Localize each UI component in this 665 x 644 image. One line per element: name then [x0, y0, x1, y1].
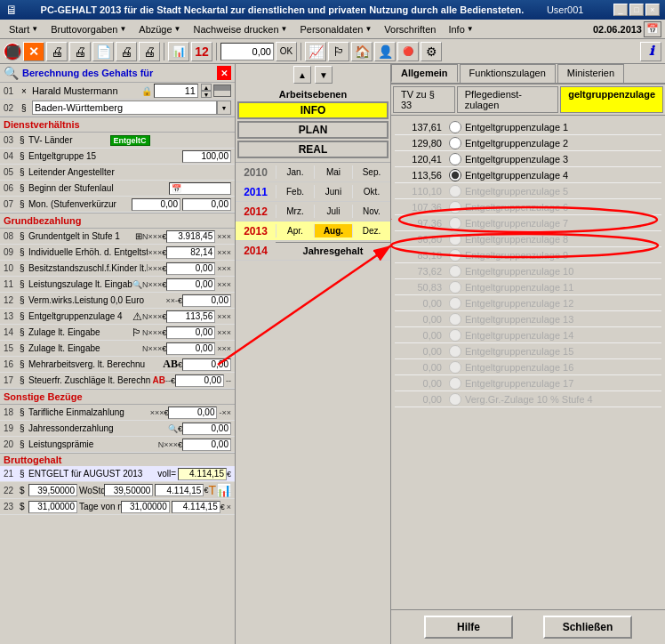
zulage-radio-10[interactable]	[449, 265, 461, 278]
menu-nachweise[interactable]: Nachweise drucken ▼	[188, 22, 293, 36]
person-spinner[interactable]: ▲ ▼	[201, 84, 212, 98]
subtab-tv33[interactable]: TV zu § 33	[393, 86, 455, 113]
person-scroll-bar[interactable]	[213, 85, 231, 97]
schliessen-button[interactable]: Schließen	[543, 616, 632, 639]
dr-06-date-input[interactable]: 📅	[169, 182, 231, 195]
year-2014-label[interactable]: 2014	[236, 243, 276, 259]
year-2010-label[interactable]: 2010	[236, 165, 276, 181]
subtab-pflege[interactable]: Pflegedienst­zulagen	[457, 86, 558, 113]
scroll-down-btn[interactable]: ▼	[315, 66, 332, 84]
dr-23-tage-val[interactable]: 31,00000	[28, 501, 77, 513]
tab-funktionszulagen[interactable]: Funktionszulagen	[460, 64, 556, 83]
dr-16-amount[interactable]: 0,00	[182, 358, 231, 371]
year-2012-label[interactable]: 2012	[236, 204, 276, 220]
tb-chart-btn[interactable]: 📊	[168, 42, 189, 61]
tb-print4-btn[interactable]: 🖨	[139, 42, 160, 61]
zulage-radio-1[interactable]	[449, 121, 461, 133]
zulage-radio-14[interactable]	[449, 329, 461, 342]
dr-07-val1[interactable]: 0,00	[132, 198, 180, 211]
zulage-radio-11[interactable]	[449, 281, 461, 294]
tb-print2-btn[interactable]: 🖨	[69, 42, 91, 61]
tb-ok-btn[interactable]: OK	[276, 42, 297, 61]
tb-help-btn[interactable]: ℹ	[640, 42, 661, 61]
month-mai[interactable]: Mai	[314, 165, 352, 179]
month-okt[interactable]: Okt.	[352, 185, 390, 198]
ae-info-btn[interactable]: INFO	[237, 101, 389, 119]
dr-22-amount[interactable]: 4.114,15	[155, 484, 204, 496]
hilfe-button[interactable]: Hilfe	[424, 616, 513, 639]
month-jan[interactable]: Jan.	[276, 165, 314, 179]
zulage-radio-7[interactable]	[449, 217, 461, 229]
tb-person-btn[interactable]: 👤	[374, 42, 396, 61]
dr-19-amount[interactable]: 0,00	[182, 423, 231, 435]
month-sep[interactable]: Sep.	[352, 165, 390, 179]
dr-21-amount[interactable]: 4.114,15	[178, 468, 227, 480]
scroll-up-btn[interactable]: ▲	[293, 66, 311, 84]
menu-info[interactable]: Info ▼	[443, 22, 478, 36]
dr-14-amount[interactable]: 0,00	[166, 326, 215, 339]
dr-22-normal-val[interactable]: 39,50000	[104, 484, 153, 496]
tab-allgemein[interactable]: Allgemein	[391, 64, 458, 83]
menu-vorschriften[interactable]: Vorschriften	[379, 22, 441, 36]
year-2011-label[interactable]: 2011	[236, 184, 276, 200]
zulage-radio-17[interactable]	[449, 377, 461, 390]
zulage-radio-9[interactable]	[449, 249, 461, 262]
amount-input[interactable]: 0,00	[220, 43, 274, 60]
dr-09-amount[interactable]: 82,14	[166, 246, 215, 259]
dr-10-amount[interactable]: 0,00	[166, 262, 215, 275]
menu-bruttovorgaben[interactable]: Bruttovorgaben ▼	[45, 22, 132, 36]
dr-17-amount[interactable]: 0,00	[175, 374, 224, 387]
year-2013-label[interactable]: 2013	[236, 223, 276, 239]
tab-ministerien[interactable]: Ministerien	[557, 64, 624, 83]
zulage-radio-5[interactable]	[449, 185, 461, 197]
tb-stop-btn[interactable]: ⬛	[4, 43, 21, 60]
dr-13-amount[interactable]: 113,56	[166, 310, 215, 323]
dr-15-amount[interactable]: 0,00	[166, 342, 215, 355]
menu-abzuge[interactable]: Abzüge ▼	[133, 22, 186, 36]
month-dez[interactable]: Dez.	[352, 224, 390, 237]
maximize-button[interactable]: □	[629, 4, 644, 16]
subtab-geltgruppe[interactable]: geltgruppenzulage	[560, 86, 663, 113]
tb-cross-btn[interactable]: ✕	[23, 42, 44, 61]
menu-personaldaten[interactable]: Personaldaten ▼	[294, 22, 377, 36]
month-feb[interactable]: Feb.	[276, 185, 314, 198]
dr-04-value[interactable]: 100,00	[182, 150, 231, 163]
tb-flag-btn[interactable]: 🏳	[328, 42, 349, 61]
menu-start[interactable]: Start ▼	[4, 22, 44, 36]
spin-up[interactable]: ▲	[201, 84, 212, 91]
month-juli[interactable]: Juli	[314, 205, 352, 218]
month-apr[interactable]: Apr.	[276, 224, 314, 237]
tb-print3-btn[interactable]: 🖨	[116, 42, 137, 61]
dr-07-val2[interactable]: 0,00	[182, 198, 231, 211]
month-mrz[interactable]: Mrz.	[276, 205, 314, 218]
tb-flag2-btn[interactable]: 🔴	[397, 42, 419, 61]
dr-23-normal-val[interactable]: 31,00000	[121, 501, 170, 513]
menu-right-icon[interactable]: 📅	[644, 21, 661, 37]
tb-print-btn[interactable]: 🖨	[46, 42, 68, 61]
tb-house-btn[interactable]: 🏠	[351, 42, 373, 61]
zulage-radio-16[interactable]	[449, 361, 461, 374]
zulage-radio-15[interactable]	[449, 345, 461, 358]
dr-23-amount[interactable]: 4.114,15	[172, 501, 220, 513]
dr-11-amount[interactable]: 0,00	[166, 278, 215, 291]
ae-real-btn[interactable]: REAL	[237, 141, 389, 158]
month-aug[interactable]: Aug.	[314, 224, 352, 237]
tb-num-btn[interactable]: 12	[191, 42, 212, 61]
close-button[interactable]: ×	[645, 4, 660, 16]
dr-18-amount[interactable]: 0,00	[168, 407, 217, 419]
zulage-radio-13[interactable]	[449, 313, 461, 326]
tb-doc-btn[interactable]: 📄	[92, 42, 114, 61]
zulage-radio-8[interactable]	[449, 233, 461, 246]
zulage-radio-2[interactable]	[449, 137, 461, 149]
zulage-radio-3[interactable]	[449, 153, 461, 165]
ae-plan-btn[interactable]: PLAN	[237, 121, 389, 139]
row-02-dropdown-arrow[interactable]: ▼	[217, 101, 231, 115]
jahresgehalt-btn[interactable]: Jahresgehalt	[276, 242, 390, 259]
month-juni[interactable]: Juni	[314, 185, 352, 198]
row-02-dropdown[interactable]: Baden-Württemberg	[32, 101, 217, 115]
zulage-radio-verg[interactable]	[449, 393, 461, 406]
zulage-radio-12[interactable]	[449, 297, 461, 310]
dr-12-amount[interactable]: 0,00	[182, 294, 231, 307]
spin-down[interactable]: ▼	[201, 91, 212, 98]
close-x-btn[interactable]: ✕	[217, 66, 231, 80]
